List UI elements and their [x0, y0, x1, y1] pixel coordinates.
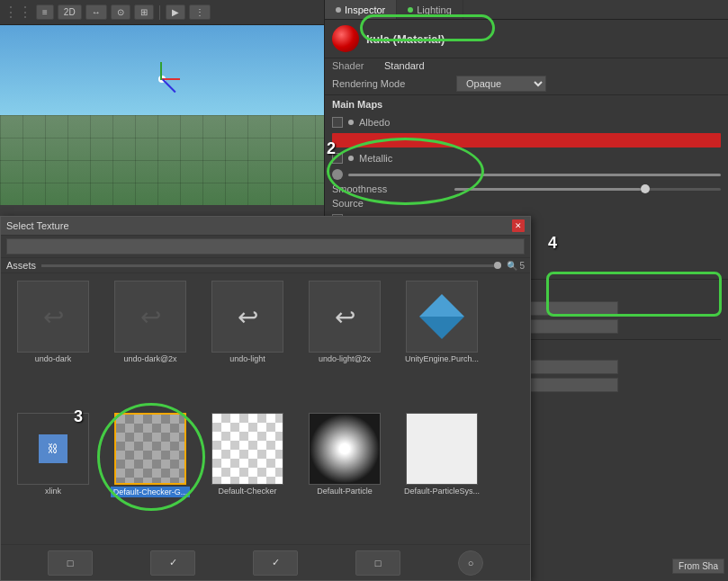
- rendering-mode-row: Rendering Mode Opaque: [325, 73, 728, 94]
- material-sphere-icon: [332, 25, 359, 52]
- checker-pattern-light: [212, 414, 283, 484]
- slider-handle: [494, 262, 501, 269]
- assets-label: Assets: [6, 260, 36, 271]
- default-particle-sys-label: Default-ParticleSys...: [404, 487, 480, 496]
- from-sha-button[interactable]: From Sha: [672, 559, 724, 574]
- dialog-titlebar: Select Texture ✕: [1, 217, 530, 236]
- toolbar-rotate-btn[interactable]: ⊙: [111, 4, 130, 20]
- scene-viewport: [0, 25, 324, 205]
- albedo-color-bar[interactable]: [332, 133, 721, 147]
- unity-engine-thumb: [406, 281, 478, 353]
- inspector-tab-dot: [336, 7, 341, 13]
- smoothness-thumb: [641, 184, 650, 193]
- source-label: Source: [332, 198, 449, 209]
- rendering-mode-label: Rendering Mode: [332, 78, 449, 89]
- metallic-label: Metallic: [359, 153, 721, 164]
- dialog-title: Select Texture: [6, 220, 69, 231]
- metallic-slider[interactable]: [348, 174, 721, 176]
- smoothness-fill: [454, 188, 641, 191]
- dialog-btn-circle[interactable]: ○: [458, 550, 483, 576]
- dialog-btn-check1[interactable]: ✓: [150, 550, 195, 576]
- albedo-dot: [348, 120, 354, 125]
- undo-light-2x-icon: ↩: [335, 302, 355, 332]
- inspector-tabs: Inspector Lighting: [325, 0, 728, 20]
- albedo-checkbox[interactable]: [332, 117, 343, 128]
- toolbar-drag-handle: ⋮⋮: [4, 4, 32, 21]
- gizmo-y-arm: [160, 62, 162, 80]
- metallic-color-dot: [332, 169, 343, 180]
- xlink-icon: ⛓: [39, 434, 67, 463]
- assets-size-slider[interactable]: [41, 264, 501, 267]
- lighting-tab-dot: [408, 7, 413, 13]
- source-row: Source: [325, 196, 728, 210]
- dialog-btn-check2[interactable]: ✓: [253, 550, 298, 576]
- default-particle-label: Default-Particle: [317, 487, 373, 496]
- texture-dialog: Select Texture ✕ Assets 🔍 5 ↩ undo-dark …: [0, 216, 531, 581]
- toolbar-scale-btn[interactable]: ⊞: [134, 4, 154, 20]
- dialog-btn-square1[interactable]: □: [48, 550, 93, 576]
- material-header: kula (Material): [325, 20, 728, 58]
- smoothness-label: Smoothness: [332, 183, 449, 194]
- dialog-search-area: [1, 236, 530, 258]
- undo-dark-label: undo-dark: [35, 354, 72, 363]
- undo-light-label: undo-light: [229, 354, 265, 363]
- undo-light-thumb: ↩: [211, 281, 283, 353]
- diamond-bottom: [419, 317, 464, 339]
- scene-gizmo: [135, 52, 189, 106]
- default-checker-label: Default-Checker: [218, 487, 276, 496]
- toolbar-more-btn[interactable]: ⋮: [189, 4, 211, 20]
- dialog-close-button[interactable]: ✕: [512, 219, 525, 232]
- checker-pattern-selected: [116, 415, 184, 483]
- metallic-slider-row: [325, 167, 728, 182]
- xlink-label: xlink: [45, 487, 61, 496]
- texture-item-default-checker-sel[interactable]: Default-Checker-G...: [105, 413, 195, 540]
- material-name: kula (Material): [366, 32, 445, 46]
- metallic-dot: [348, 156, 354, 161]
- albedo-label: Albedo: [359, 117, 721, 128]
- texture-item-default-particle-sys[interactable]: Default-ParticleSys...: [397, 413, 487, 540]
- tab-inspector[interactable]: Inspector: [325, 0, 397, 19]
- texture-item-default-checker[interactable]: Default-Checker: [202, 413, 292, 540]
- undo-light-2x-label: undo-light@2x: [319, 354, 371, 363]
- default-particle-sys-thumb: [406, 413, 478, 485]
- diamond-container: [419, 294, 464, 339]
- undo-dark-icon: ↩: [43, 302, 64, 332]
- texture-item-xlink[interactable]: ⛓ xlink: [8, 413, 98, 540]
- undo-dark-2x-label: undo-dark@2x: [123, 354, 176, 363]
- dialog-btn-square2[interactable]: □: [355, 550, 400, 576]
- undo-dark-2x-icon: ↩: [140, 302, 161, 332]
- smoothness-section: Smoothness Source: [325, 182, 728, 210]
- rendering-mode-dropdown[interactable]: Opaque: [456, 76, 546, 92]
- smoothness-row: Smoothness: [325, 182, 728, 196]
- toolbar-2d-btn[interactable]: 2D: [58, 4, 82, 20]
- toolbar-layout-btn[interactable]: ≡: [36, 4, 54, 20]
- tab-lighting[interactable]: Lighting: [397, 0, 463, 19]
- xlink-icon-text: ⛓: [48, 442, 58, 455]
- albedo-row: Albedo: [325, 113, 728, 131]
- texture-item-unity-engine[interactable]: UnityEngine.Purch...: [397, 281, 487, 406]
- gizmo-z-arm: [162, 79, 176, 94]
- texture-item-undo-dark-2x[interactable]: ↩ undo-dark@2x: [105, 281, 195, 406]
- diamond-top: [419, 294, 464, 317]
- texture-item-default-particle[interactable]: Default-Particle: [300, 413, 390, 540]
- toolbar-play-btn[interactable]: ▶: [166, 4, 185, 20]
- texture-item-undo-dark[interactable]: ↩ undo-dark: [8, 281, 98, 406]
- smoothness-slider[interactable]: [454, 188, 721, 191]
- texture-search-input[interactable]: [6, 238, 525, 255]
- default-checker-sel-label: Default-Checker-G...: [111, 487, 191, 497]
- inspector-tab-label: Inspector: [345, 4, 385, 15]
- step-4-badge: 4: [548, 234, 557, 253]
- main-maps-header: Main Maps: [325, 94, 728, 113]
- undo-dark-thumb: ↩: [17, 281, 89, 353]
- step-3-badge: 3: [74, 407, 83, 426]
- texture-item-undo-light-2x[interactable]: ↩ undo-light@2x: [300, 281, 390, 406]
- metallic-row: Metallic: [325, 149, 728, 167]
- default-checker-sel-thumb: [114, 413, 186, 485]
- default-particle-thumb: [309, 413, 381, 485]
- texture-item-undo-light[interactable]: ↩ undo-light: [202, 281, 292, 406]
- step-2-badge: 2: [327, 139, 336, 158]
- particle-pattern: [310, 414, 380, 484]
- toolbar-move-btn[interactable]: ↔: [85, 4, 107, 20]
- unity-engine-label: UnityEngine.Purch...: [405, 354, 479, 363]
- shader-row: Shader Standard: [325, 58, 728, 73]
